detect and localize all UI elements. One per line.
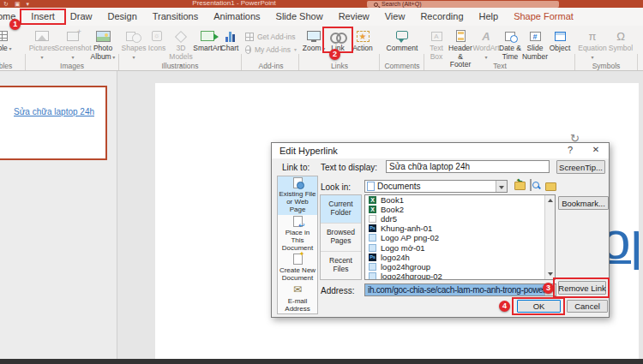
ribbon-group-addins: Get Add-ins My Add-ins ▾ Add-ins <box>245 27 297 69</box>
get-addins-button[interactable]: Get Add-ins <box>245 30 297 43</box>
thumbnail-hyperlink-text: Sửa chữa laptop 24h <box>14 107 94 116</box>
icons-button[interactable]: ☼ Icons <box>147 27 167 53</box>
group-divider <box>424 54 424 71</box>
text-box-label: Text Box <box>426 45 447 61</box>
tab-slide-show[interactable]: Slide Show <box>268 8 331 26</box>
tab-recording[interactable]: Recording <box>412 8 471 26</box>
recent-files-tab[interactable]: Recent Files <box>321 252 361 279</box>
slide-thumbnail-1[interactable]: Sửa chữa laptop 24h <box>0 86 107 160</box>
equation-label: Equation <box>577 45 608 61</box>
tab-review[interactable]: Review <box>331 8 377 26</box>
look-in-dropdown[interactable]: Documents <box>364 180 508 193</box>
action-button[interactable]: ★ Action <box>350 27 376 53</box>
chart-button[interactable]: Chart <box>220 27 239 53</box>
comment-button[interactable]: Comment <box>382 27 422 53</box>
file-row-book1[interactable]: XBook1 <box>365 195 555 205</box>
symbol-label: Symbol <box>609 45 633 53</box>
bookmark-button[interactable]: Bookmark... <box>558 196 609 210</box>
qat-dropdown-icon[interactable]: ▾ <box>27 0 30 8</box>
tab-help[interactable]: Help <box>472 8 507 26</box>
group-divider <box>118 54 119 71</box>
wordart-button[interactable]: A WordArt <box>474 27 498 61</box>
file-name: Khung-anh-01 <box>381 224 432 233</box>
file-row-logo24hgroup-02[interactable]: logo24hgroup-02 <box>365 272 555 280</box>
up-one-folder-button[interactable] <box>513 180 526 192</box>
link-to-place-in-document[interactable]: Place in This Document <box>278 215 317 254</box>
group-label-illustrations: Illustrations <box>121 62 239 70</box>
tab-view[interactable]: View <box>377 8 413 26</box>
look-in-dropdown-arrow[interactable] <box>496 181 507 192</box>
tab-design[interactable]: Design <box>100 8 145 26</box>
group-label-images: Images <box>27 62 117 70</box>
pictures-icon <box>35 31 49 41</box>
tab-animations[interactable]: Animations <box>206 8 267 26</box>
link-to-create-new-document[interactable]: Create New Document <box>278 253 317 283</box>
link-to-label: Link to: <box>282 163 309 172</box>
text-to-display-input[interactable]: Sửa chữa laptop 24h <box>386 160 550 173</box>
photo-album-button[interactable]: Photo Album <box>89 27 117 61</box>
object-button[interactable]: Object <box>548 27 572 53</box>
file-row-logo-ap[interactable]: Logo AP png-02 <box>365 233 555 242</box>
file-row-logo-mo[interactable]: Logo mở-01 <box>365 242 555 252</box>
tab-transitions[interactable]: Transitions <box>145 8 206 26</box>
ribbon-group-tables: Table Tables <box>0 27 24 69</box>
scroll-up-icon[interactable] <box>548 199 553 202</box>
tab-insert[interactable]: Insert 1 <box>23 8 63 26</box>
remove-link-button[interactable]: Remove Link 3 <box>558 281 606 295</box>
equation-button[interactable]: π Equation <box>577 27 608 61</box>
link-to-item-label: E-mail Address <box>279 297 316 313</box>
symbol-button[interactable]: Ω Symbol <box>608 27 634 53</box>
date-time-button[interactable]: Date & Time <box>498 27 522 61</box>
ok-button[interactable]: OK 4 <box>517 300 561 313</box>
file-row-book2[interactable]: XBook2 <box>365 205 555 214</box>
browse-web-button[interactable] <box>530 180 532 190</box>
file-name: Logo AP png-02 <box>381 233 439 242</box>
pictures-button[interactable]: Pictures <box>27 27 57 61</box>
dialog-title-bar[interactable]: Edit Hyperlink ? ✕ <box>272 143 609 158</box>
search-box[interactable]: Search (Alt+Q) <box>367 1 559 8</box>
current-folder-tab[interactable]: Current Folder <box>321 195 361 224</box>
link-to-existing-file[interactable]: Existing File or Web Page <box>278 176 317 215</box>
dialog-help-icon[interactable]: ? <box>564 145 576 155</box>
image-file-icon <box>369 272 376 280</box>
date-time-label: Date & Time <box>498 45 522 61</box>
slide-number-button[interactable]: # Slide Number <box>522 27 548 61</box>
autosave-icon[interactable]: ↻ <box>3 0 9 8</box>
browse-file-button[interactable] <box>545 181 559 192</box>
smartart-button[interactable]: SmartArt <box>195 27 220 53</box>
screenshot-button[interactable]: Screenshot <box>57 27 89 61</box>
cancel-button[interactable]: Cancel <box>567 300 608 313</box>
wordart-icon: A <box>482 30 490 43</box>
search-icon <box>374 3 378 7</box>
tab-shape-format[interactable]: Shape Format <box>506 8 581 26</box>
zoom-button[interactable]: Zoom <box>302 27 326 53</box>
text-box-button[interactable]: A Text Box <box>426 27 447 61</box>
dialog-close-icon[interactable]: ✕ <box>590 145 602 154</box>
file-row-logo24hgroup[interactable]: logo24hgroup <box>365 262 555 272</box>
ribbon-group-comments: Comment Comments <box>382 27 423 69</box>
file-name: Book2 <box>381 205 404 214</box>
shapes-button[interactable]: Shapes <box>121 27 147 61</box>
tab-draw[interactable]: Draw <box>63 8 100 26</box>
table-button[interactable]: Table <box>0 27 22 53</box>
scroll-down-icon[interactable] <box>548 272 553 276</box>
slide-number-icon: # <box>530 32 541 41</box>
link-to-email-address[interactable]: ✉ E-mail Address <box>278 283 317 313</box>
file-list-scrollbar[interactable] <box>544 195 555 279</box>
my-addins-button[interactable]: My Add-ins ▾ <box>245 43 297 56</box>
save-icon[interactable]: ▣ <box>15 0 21 8</box>
window-title: Presentation1 - PowerPoint <box>161 0 307 7</box>
group-divider <box>637 54 638 71</box>
screenshot-label: Screenshot <box>55 45 92 61</box>
icons-icon: ☼ <box>152 31 162 41</box>
file-row-logo24h[interactable]: Pslogo24h <box>365 253 555 262</box>
address-label: Address: <box>321 286 354 295</box>
screentip-button[interactable]: ScreenTip... <box>556 160 605 174</box>
file-row-ddr5[interactable]: ddr5 <box>365 214 555 224</box>
tab-insert-label: Insert <box>31 11 55 21</box>
file-row-khung-anh[interactable]: PsKhung-anh-01 <box>365 224 555 233</box>
link-button[interactable]: Link 2 <box>326 27 350 53</box>
annotation-badge-2: 2 <box>329 49 340 60</box>
address-dropdown[interactable]: ih.com/goc-chia-se/cach-lam-mo-anh-trong… <box>364 283 556 296</box>
browsed-pages-tab[interactable]: Browsed Pages <box>321 224 361 252</box>
